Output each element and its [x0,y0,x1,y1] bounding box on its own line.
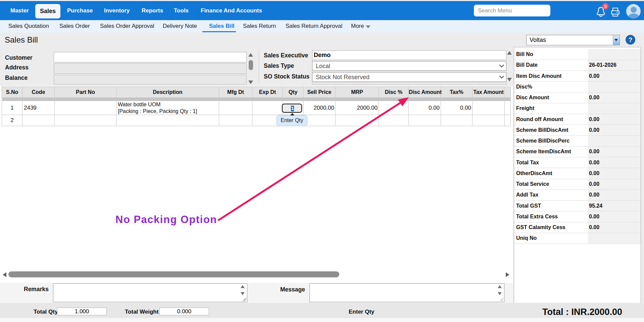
svg-text:9: 9 [604,4,607,9]
